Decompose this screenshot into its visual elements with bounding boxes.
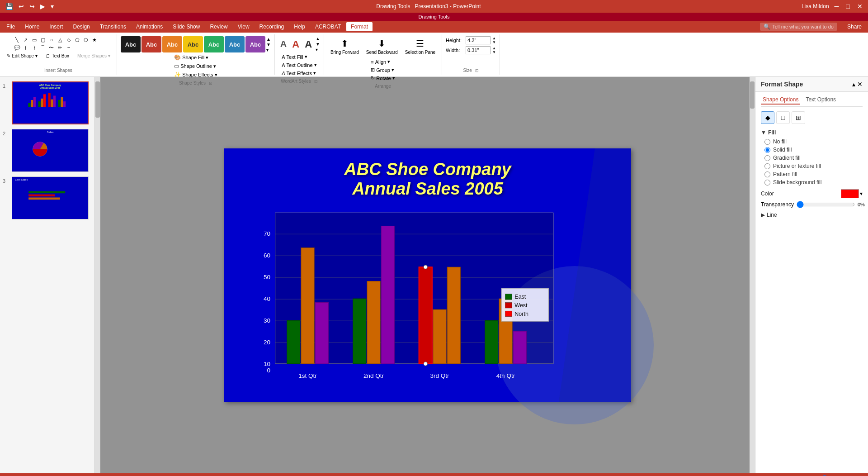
text-box-button[interactable]: 🗒 Text Box	[43, 52, 72, 60]
wordart-item-1[interactable]: A	[278, 38, 288, 50]
menu-animations[interactable]: Animations	[132, 22, 167, 31]
gradient-fill-option[interactable]: Gradient fill	[764, 155, 863, 161]
shape-fill-button[interactable]: 🎨 Shape Fill ▾	[171, 53, 220, 62]
triangle-shape[interactable]: △	[56, 36, 64, 43]
format-tab-text-options[interactable]: Text Options	[804, 95, 838, 105]
wave-shape[interactable]: 〜	[47, 44, 56, 51]
edit-shape-button[interactable]: ✎ Insert Shapes Edit Shape ▾	[4, 52, 40, 60]
pattern-fill-radio[interactable]	[764, 171, 770, 177]
width-up[interactable]: ▲	[492, 46, 496, 50]
arc-shape[interactable]: ⌒	[39, 44, 47, 51]
share-button[interactable]: Share	[843, 22, 866, 31]
slide-thumb-3[interactable]: 3 East Sales	[2, 176, 93, 220]
menu-design[interactable]: Design	[68, 22, 94, 31]
pentagon-shape[interactable]: ⬠	[73, 36, 81, 43]
menu-insert[interactable]: Insert	[45, 22, 67, 31]
presentation-mode-button[interactable]: ▶	[38, 2, 47, 11]
pattern-fill-option[interactable]: Pattern fill	[764, 171, 863, 177]
callout-shape[interactable]: 💬	[13, 44, 21, 51]
text-fill-button[interactable]: A Text Fill ▾	[279, 53, 319, 61]
rounded-rect-shape[interactable]: ▢	[39, 36, 47, 43]
no-fill-option[interactable]: No fill	[764, 138, 863, 145]
fill-header[interactable]: ▼ Fill	[761, 129, 863, 136]
format-size-icon-btn[interactable]: ⊞	[792, 111, 805, 124]
color-dropdown-btn[interactable]: ▾	[860, 190, 863, 197]
search-box[interactable]: Tell me what you want to do	[772, 24, 834, 29]
solid-fill-option[interactable]: Solid fill	[764, 147, 863, 153]
slide-thumb-1[interactable]: 1 ABC Shoe CompanyAnnual Sales 2005	[2, 81, 93, 125]
merge-shapes-button[interactable]: Merge Shapes ▾	[75, 52, 113, 60]
picture-fill-option[interactable]: Picture or texture fill	[764, 163, 863, 169]
height-input[interactable]	[466, 36, 491, 44]
format-tab-shape-options[interactable]: Shape Options	[761, 95, 800, 105]
group-button[interactable]: ⊞ Group ▾	[368, 66, 397, 74]
format-panel-expand[interactable]: ▴	[852, 81, 855, 88]
wordart-scroll-down[interactable]: ▼	[316, 42, 320, 47]
shape-style-3[interactable]: Abc	[162, 36, 182, 52]
wordart-item-2[interactable]: A	[290, 38, 301, 51]
oval-shape[interactable]: ○	[47, 36, 56, 43]
canvas-vscroll[interactable]	[750, 77, 755, 473]
text-outline-button[interactable]: A Text Outline ▾	[279, 61, 319, 69]
text-effects-button[interactable]: A Text Effects ▾	[279, 69, 319, 77]
format-effects-icon-btn[interactable]: □	[776, 111, 790, 124]
wordart-item-3[interactable]: A	[303, 38, 314, 51]
customize-button[interactable]: ▾	[49, 2, 56, 11]
height-up[interactable]: ▲	[492, 36, 496, 40]
minimize-button[interactable]: ─	[833, 2, 841, 11]
menu-file[interactable]: File	[2, 22, 19, 31]
width-down[interactable]: ▼	[492, 50, 496, 54]
shape-styles-scroll-up[interactable]: ▲	[266, 37, 271, 42]
wordart-expand[interactable]: ▾	[316, 47, 320, 52]
star-shape[interactable]: ★	[90, 36, 99, 43]
shape-style-1[interactable]: Abc	[121, 36, 141, 52]
freeform-shape[interactable]: ✏	[56, 44, 64, 51]
menu-recording[interactable]: Recording	[255, 22, 289, 31]
save-button[interactable]: 💾	[4, 2, 15, 11]
shape-style-4[interactable]: Abc	[183, 36, 203, 52]
shape-style-2[interactable]: Abc	[142, 36, 161, 52]
size-expand-btn[interactable]: ⊡	[475, 68, 479, 73]
brace-shape[interactable]: }	[30, 44, 38, 51]
line-section[interactable]: ▶ Line	[761, 212, 863, 218]
menu-format[interactable]: Format	[346, 22, 373, 31]
align-button[interactable]: ≡ Align ▾	[368, 58, 397, 66]
slide-bg-fill-option[interactable]: Slide background fill	[764, 179, 863, 186]
shape-outline-button[interactable]: ▭ Shape Outline ▾	[171, 62, 220, 70]
gradient-fill-radio[interactable]	[764, 155, 770, 161]
wordart-scroll-up[interactable]: ▲	[316, 36, 320, 41]
slide-thumb-2[interactable]: 2 Sales	[2, 128, 93, 173]
selection-pane-button[interactable]: ☰ Selection Pane	[402, 36, 438, 57]
menu-review[interactable]: Review	[205, 22, 232, 31]
slides-scrollbar[interactable]	[95, 77, 100, 473]
send-backward-button[interactable]: ⬇ Send Backward	[363, 36, 401, 57]
slide-bg-fill-radio[interactable]	[764, 180, 770, 186]
solid-fill-radio[interactable]	[764, 147, 770, 153]
menu-slideshow[interactable]: Slide Show	[168, 22, 204, 31]
menu-home[interactable]: Home	[20, 22, 44, 31]
format-fill-icon-btn[interactable]: ◆	[761, 111, 774, 124]
menu-view[interactable]: View	[233, 22, 254, 31]
height-down[interactable]: ▼	[492, 40, 496, 44]
shape-style-6[interactable]: Abc	[225, 36, 245, 52]
rect-shape[interactable]: ▭	[30, 36, 38, 43]
menu-help[interactable]: Help	[289, 22, 310, 31]
hexagon-shape[interactable]: ⬡	[82, 36, 90, 43]
bring-forward-button[interactable]: ⬆ Bring Forward	[328, 36, 362, 57]
undo-button[interactable]: ↩	[17, 2, 26, 11]
shape-styles-scroll-down[interactable]: ▼	[266, 42, 271, 47]
arrow-shape[interactable]: ↗	[22, 36, 30, 43]
width-input[interactable]	[466, 46, 491, 54]
no-fill-radio[interactable]	[764, 139, 770, 145]
color-swatch[interactable]	[841, 189, 859, 198]
menu-acrobat[interactable]: ACROBAT	[311, 22, 345, 31]
redo-button[interactable]: ↪	[28, 2, 37, 11]
picture-fill-radio[interactable]	[764, 163, 770, 169]
shape-style-7[interactable]: Abc	[245, 36, 265, 52]
transparency-slider[interactable]	[797, 201, 855, 208]
shape-style-5[interactable]: Abc	[204, 36, 224, 52]
shape-styles-expand[interactable]: ▾	[266, 48, 271, 52]
line-shape[interactable]: ╲	[13, 36, 21, 43]
diamond-shape[interactable]: ◇	[65, 36, 73, 43]
menu-transitions[interactable]: Transitions	[95, 22, 131, 31]
